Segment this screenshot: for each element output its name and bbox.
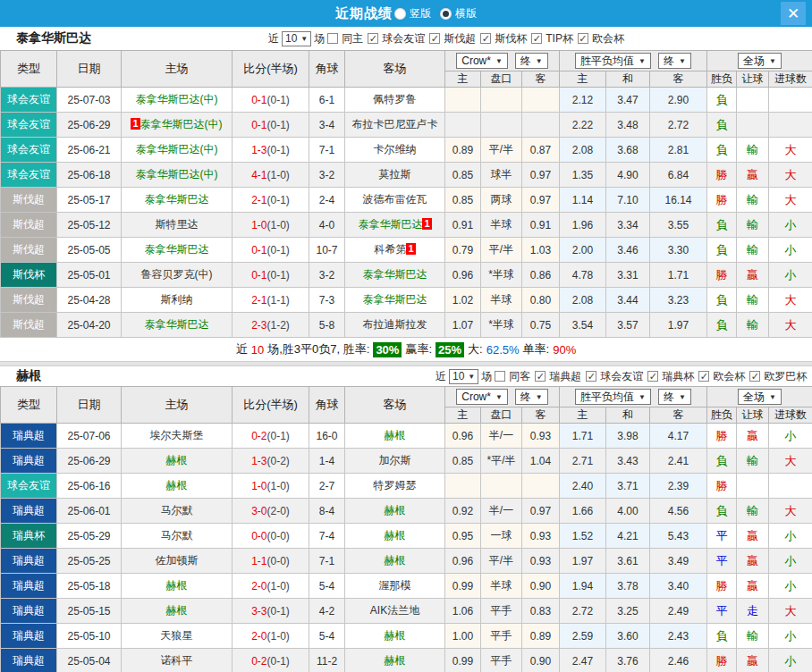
match-count-select[interactable]: 10▼	[449, 369, 478, 384]
section-header-team2: 赫根 近10▼场同客✓瑞典超✓球会友谊✓瑞典杯✓欧会杯✓欧罗巴杯	[0, 366, 812, 386]
league-type-cell: 瑞典超	[1, 649, 57, 672]
league-checkbox[interactable]: ✓	[647, 371, 658, 382]
league-label: 球会友谊	[600, 369, 643, 384]
avg-away: 5.43	[650, 524, 707, 549]
halftime-score: (0-1)	[267, 144, 290, 156]
match-date: 25-05-17	[57, 188, 122, 213]
sub-header-8: 进球数	[769, 71, 812, 88]
match-date: 25-04-20	[57, 313, 122, 338]
odds-handicap: 球半	[481, 163, 522, 188]
final-odds-select[interactable]: 终▼	[515, 53, 548, 69]
odds-home: 1.07	[445, 313, 481, 338]
close-button[interactable]: ✕	[781, 2, 806, 25]
match-count-select[interactable]: 10▼	[282, 31, 311, 46]
bookmaker-select[interactable]: Crow*▼	[456, 53, 508, 69]
odds-home: 0.92	[445, 499, 481, 524]
league-checkbox[interactable]: ✓	[749, 371, 760, 382]
odds-away	[522, 88, 560, 113]
odds-handicap	[481, 88, 522, 113]
odds-handicap	[481, 113, 522, 138]
team2-filters: 近10▼场同客✓瑞典超✓球会友谊✓瑞典杯✓欧会杯✓欧罗巴杯	[436, 369, 808, 384]
league-checkbox[interactable]: ✓	[698, 371, 709, 382]
odds-home: 0.96	[445, 549, 481, 574]
league-type-cell: 球会友谊	[1, 113, 57, 138]
home-team-name: 泰拿华斯巴达	[145, 318, 209, 331]
bookmaker-select[interactable]: Crow*▼	[456, 389, 508, 405]
league-checkbox[interactable]: ✓	[531, 33, 542, 44]
avg-draw: 3.44	[606, 288, 650, 313]
chevron-down-icon: ▼	[536, 57, 543, 65]
col-header-0: 类型	[1, 51, 57, 88]
odds-home: 0.85	[445, 163, 481, 188]
header-row-groups: 类型日期主场比分(半场)角球客场Crow*▼终▼胜平负均值▼终▼全场▼	[1, 387, 812, 407]
league-checkbox[interactable]: ✓	[586, 371, 596, 382]
match-date: 25-06-18	[57, 163, 122, 188]
league-checkbox[interactable]: ✓	[429, 33, 440, 44]
col-header-0: 类型	[1, 387, 57, 424]
radio-horizontal-layout[interactable]: 横版	[440, 6, 477, 21]
result-goals	[769, 88, 812, 113]
away-team-cell: 卡尔维纳	[345, 138, 445, 163]
result-winlose: 負	[707, 238, 737, 263]
away-team-cell: 泰拿华斯巴达1	[345, 213, 445, 238]
sub-header-2: 客	[522, 407, 560, 424]
home-team-cell: 马尔默	[122, 524, 233, 549]
fulltime-score: 1-3	[251, 144, 266, 156]
league-checkbox[interactable]: ✓	[368, 33, 378, 44]
home-team-cell: 斯利纳	[122, 288, 233, 313]
corner-count: 11-2	[309, 649, 345, 672]
same-venue-checkbox[interactable]	[495, 371, 505, 382]
avg-home: 1.96	[560, 213, 606, 238]
league-type-cell: 斯伐杯	[1, 263, 57, 288]
away-team-cell: 特罗姆瑟	[345, 474, 445, 499]
radio-selected-icon[interactable]	[440, 8, 452, 20]
col-header-5: 客场	[345, 387, 445, 424]
avg-group-header: 胜平负均值▼终▼	[560, 51, 707, 71]
league-type-cell: 斯伐超	[1, 313, 57, 338]
fullmatch-select[interactable]: 全场▼	[738, 389, 782, 405]
avg-draw: 3.98	[606, 424, 650, 449]
bookmaker-group-header: Crow*▼终▼	[445, 387, 560, 407]
radio-vertical-layout[interactable]: 竖版	[394, 6, 431, 21]
score-cell: 0-0(0-0)	[233, 524, 309, 549]
result-winlose: 負	[707, 313, 737, 338]
score-cell: 2-1(1-1)	[233, 288, 309, 313]
home-team-cell: 泰拿华斯巴达	[122, 313, 233, 338]
home-team-name: 诺科平	[161, 654, 193, 667]
match-row: 球会友谊25-06-291泰拿华斯巴达(中)0-1(0-1)3-4布拉卡巴尼亚卢…	[1, 113, 812, 138]
result-goals: 大	[769, 313, 812, 338]
same-venue-checkbox[interactable]	[327, 33, 338, 44]
col-header-3: 比分(半场)	[233, 51, 309, 88]
result-handicap: 輸	[737, 313, 769, 338]
match-date: 25-05-18	[57, 574, 122, 599]
league-type-cell: 球会友谊	[1, 163, 57, 188]
halftime-score: (0-1)	[267, 655, 290, 668]
result-handicap: 輸	[737, 288, 769, 313]
result-handicap: 贏	[737, 263, 769, 288]
match-date: 25-05-15	[57, 599, 122, 624]
result-goals: 大	[769, 163, 812, 188]
avg-away: 4.17	[650, 424, 707, 449]
avg-away: 2.90	[650, 88, 707, 113]
fulltime-score: 0-0	[251, 530, 266, 542]
fullmatch-select[interactable]: 全场▼	[738, 53, 782, 69]
league-checkbox[interactable]: ✓	[578, 33, 588, 44]
final-odds-select[interactable]: 终▼	[515, 389, 548, 405]
home-team-name: 赫根	[166, 454, 188, 466]
score-cell: 0-1(0-1)	[233, 263, 309, 288]
summary-text: 近	[236, 341, 248, 357]
league-label: 欧会杯	[713, 369, 745, 384]
corner-count: 8-4	[309, 499, 345, 524]
league-label: 斯伐超	[444, 31, 476, 46]
final-avg-select[interactable]: 终▼	[658, 53, 691, 69]
avg-select[interactable]: 胜平负均值▼	[575, 389, 651, 405]
home-team-cell: 佐加顿斯	[122, 549, 233, 574]
final-avg-select[interactable]: 终▼	[658, 389, 691, 405]
league-checkbox[interactable]: ✓	[480, 33, 491, 44]
league-checkbox[interactable]: ✓	[535, 371, 546, 382]
radio-unselected-icon[interactable]	[394, 8, 406, 20]
league-type-cell: 斯伐超	[1, 238, 57, 263]
avg-select[interactable]: 胜平负均值▼	[575, 53, 651, 69]
corner-count: 5-4	[309, 574, 345, 599]
same-venue-label: 同主	[342, 31, 363, 46]
